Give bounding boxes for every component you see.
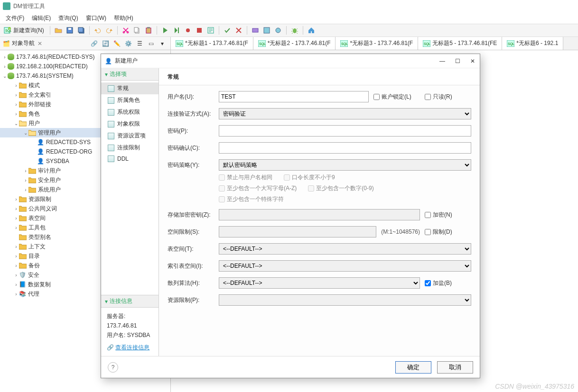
salt-label: 加盐(B) bbox=[433, 279, 452, 287]
new-query-button[interactable]: SQL+ 新建查询(N) bbox=[3, 25, 47, 36]
nav-config-icon[interactable]: ⚙️ bbox=[123, 38, 133, 49]
folder-icon bbox=[28, 186, 36, 193]
folder-icon bbox=[28, 167, 36, 174]
new-query-label: 新建查询(N) bbox=[13, 27, 44, 35]
book-icon bbox=[19, 281, 28, 288]
opt-general[interactable]: 常规 bbox=[101, 82, 158, 94]
nav-link-icon[interactable]: 🔗 bbox=[89, 38, 99, 49]
dialog-title: 新建用户 bbox=[115, 57, 138, 65]
limit-checkbox[interactable] bbox=[425, 229, 431, 235]
tool2-icon[interactable] bbox=[261, 25, 272, 36]
menu-file[interactable]: 文件(F) bbox=[2, 13, 28, 24]
indexts-select[interactable]: <--DEFAULT--> bbox=[219, 260, 471, 272]
sql-icon: SQL bbox=[423, 40, 430, 47]
tab-3[interactable]: SQL*无标题3 - 173.7.46.81(F bbox=[336, 37, 418, 50]
folder-icon bbox=[19, 82, 27, 89]
form-heading: 常规 bbox=[159, 68, 480, 85]
home-icon[interactable] bbox=[306, 25, 317, 36]
new-user-dialog: 👤 新建用户 — ☐ ✕ ▾选择项 常规 所属角色 系统权限 对象权限 资源设置… bbox=[101, 54, 480, 378]
sql-icon: SQL bbox=[176, 40, 183, 47]
rollback-icon[interactable] bbox=[233, 25, 244, 36]
password-confirm-input[interactable] bbox=[219, 142, 471, 154]
nav-header: 🗂️ 对象导航 ✕ 🔗 🔄 ✏️ ⚙️ ☰ ▭ ▾ bbox=[0, 37, 170, 50]
opt-ddl[interactable]: DDL bbox=[101, 154, 158, 164]
nav-filter-icon[interactable]: ☰ bbox=[134, 38, 145, 49]
tablespace-select[interactable]: <--DEFAULT--> bbox=[219, 243, 471, 255]
tab-1[interactable]: SQL*无标题1 - 173.7.46.81(F bbox=[171, 37, 253, 50]
policy-opt-b bbox=[284, 174, 290, 181]
menu-edit[interactable]: 编辑(E) bbox=[28, 13, 55, 24]
dialog-titlebar[interactable]: 👤 新建用户 — ☐ ✕ bbox=[101, 54, 480, 68]
menu-query[interactable]: 查询(Q) bbox=[55, 13, 82, 24]
authmode-select[interactable]: 密码验证 bbox=[219, 108, 471, 119]
run-icon[interactable] bbox=[160, 25, 170, 36]
open-icon[interactable] bbox=[53, 25, 64, 36]
save-icon[interactable] bbox=[65, 25, 75, 36]
undo-icon[interactable] bbox=[93, 25, 103, 36]
tab-5[interactable]: SQL无标题5 - 173.7.46.81(FE bbox=[418, 37, 502, 50]
tab-2[interactable]: SQL*无标题2 - 173.7.46.81(F bbox=[253, 37, 336, 50]
opt-sysperm[interactable]: 系统权限 bbox=[101, 106, 158, 118]
nav-close-x[interactable]: ✕ bbox=[37, 40, 42, 47]
encrypt-checkbox[interactable] bbox=[425, 212, 431, 218]
redo-icon[interactable] bbox=[104, 25, 114, 36]
folder-icon bbox=[19, 234, 27, 240]
copy-icon[interactable] bbox=[132, 25, 142, 36]
app-title: DM管理工具 bbox=[13, 2, 45, 10]
help-button[interactable]: ? bbox=[108, 362, 118, 373]
tool3-icon[interactable] bbox=[273, 25, 283, 36]
salt-checkbox[interactable] bbox=[425, 280, 431, 286]
bug-icon[interactable] bbox=[289, 25, 300, 36]
menu-window[interactable]: 窗口(W) bbox=[82, 13, 110, 24]
lock-checkbox[interactable] bbox=[373, 94, 380, 100]
password-input[interactable] bbox=[219, 125, 471, 137]
opt-roles[interactable]: 所属角色 bbox=[101, 94, 158, 106]
nav-minimize-icon[interactable]: ▭ bbox=[146, 38, 156, 49]
page-icon bbox=[108, 97, 114, 104]
close-icon[interactable]: ✕ bbox=[469, 58, 476, 64]
section-options-header[interactable]: ▾选择项 bbox=[101, 68, 158, 81]
commit-icon[interactable] bbox=[222, 25, 233, 36]
stop-icon[interactable] bbox=[194, 25, 205, 36]
nav-menu-icon[interactable]: ▾ bbox=[157, 38, 168, 49]
svg-text:+: + bbox=[9, 27, 10, 30]
view-conn-link[interactable]: 查看连接信息 bbox=[115, 343, 149, 352]
policy-opt-c bbox=[219, 185, 225, 191]
readonly-checkbox[interactable] bbox=[425, 94, 431, 100]
nav-edit-icon[interactable]: ✏️ bbox=[112, 38, 122, 49]
tab-6[interactable]: SQL*无标题6 - 192.1 bbox=[502, 37, 563, 50]
folder-icon bbox=[19, 205, 27, 212]
minimize-icon[interactable]: — bbox=[439, 58, 446, 64]
opt-objperm[interactable]: 对象权限 bbox=[101, 118, 158, 130]
indexts-label: 索引表空间(I): bbox=[168, 262, 214, 270]
nav-refresh-icon[interactable]: 🔄 bbox=[100, 38, 111, 49]
username-input[interactable] bbox=[219, 91, 369, 102]
cancel-button[interactable]: 取消 bbox=[437, 361, 473, 374]
conn-user-label: 用户名: bbox=[107, 332, 125, 338]
svg-text:SQL: SQL bbox=[259, 42, 266, 46]
explain-icon[interactable] bbox=[205, 25, 216, 36]
menu-help[interactable]: 帮助(H) bbox=[110, 13, 137, 24]
section-conninfo-header[interactable]: ▾连接信息 bbox=[101, 295, 158, 308]
tool1-icon[interactable] bbox=[250, 25, 261, 36]
hash-select[interactable]: <--DEFAULT--> bbox=[219, 277, 420, 289]
saveall-icon[interactable] bbox=[76, 25, 86, 36]
password-confirm-label: 密码确认(C): bbox=[168, 144, 214, 152]
cut-icon[interactable] bbox=[121, 25, 131, 36]
paste-icon[interactable] bbox=[143, 25, 154, 36]
folder-icon bbox=[19, 215, 27, 221]
svg-rect-19 bbox=[264, 27, 270, 33]
run-step-icon[interactable] bbox=[171, 25, 182, 36]
limit-label: 限制(D) bbox=[433, 228, 452, 236]
authmode-label: 连接验证方式(A): bbox=[168, 110, 214, 118]
reslimit-select[interactable] bbox=[219, 294, 471, 306]
policy-select[interactable]: 默认密码策略 bbox=[219, 159, 471, 171]
maximize-icon[interactable]: ☐ bbox=[454, 58, 461, 64]
opt-connlimit[interactable]: 连接限制 bbox=[101, 142, 158, 154]
readonly-label: 只读(R) bbox=[433, 93, 452, 101]
sql-icon: SQL bbox=[258, 40, 266, 47]
debug-icon[interactable] bbox=[183, 25, 193, 36]
nav-tree-icon: 🗂️ bbox=[3, 40, 10, 47]
ok-button[interactable]: 确定 bbox=[395, 361, 431, 374]
opt-resource[interactable]: 资源设置项 bbox=[101, 130, 158, 142]
